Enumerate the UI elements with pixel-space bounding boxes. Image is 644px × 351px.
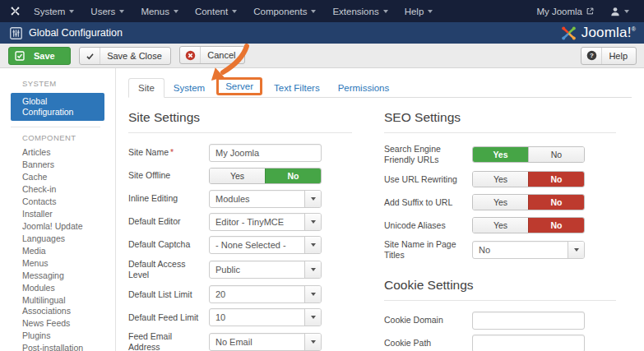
sidebar-divider: [11, 127, 100, 127]
sidebar-section-component: COMPONENT: [0, 133, 115, 146]
site-settings-section: Site Settings Site Name* Site Offline Ye…: [128, 107, 352, 351]
select-value: 20: [210, 289, 304, 299]
menu-help[interactable]: Help: [396, 0, 442, 22]
sidebar-item-modules[interactable]: Modules: [0, 282, 115, 294]
sidebar-item-post-installation-messages[interactable]: Post-installation Messages: [0, 342, 115, 351]
tab-site[interactable]: Site: [128, 78, 164, 98]
site-name-in-titles-select[interactable]: No: [472, 241, 585, 259]
select-value: Public: [210, 265, 304, 275]
sidebar-item-news-feeds[interactable]: News Feeds: [0, 317, 115, 330]
sidebar-item-contacts[interactable]: Contacts: [0, 196, 115, 208]
chevron-down-icon: [568, 242, 584, 258]
site-name-in-titles-label: Site Name in Page Titles: [384, 239, 472, 261]
url-rewriting-yes-button[interactable]: Yes: [473, 172, 528, 187]
unicode-aliases-row: Unicode Aliases Yes No: [384, 216, 616, 234]
sidebar-item-messaging[interactable]: Messaging: [0, 270, 115, 282]
menu-system[interactable]: System: [25, 0, 82, 22]
default-list-limit-select[interactable]: 20: [209, 285, 322, 303]
add-suffix-yes-button[interactable]: Yes: [473, 195, 528, 210]
tab-text-filters[interactable]: Text Filters: [265, 79, 329, 97]
chevron-down-icon: [624, 10, 629, 13]
sidebar-item-media[interactable]: Media: [0, 245, 115, 257]
page-title: Global Configuration: [29, 27, 123, 39]
sidebar-item-joomla-update[interactable]: Joomla! Update: [0, 220, 115, 233]
site-name-input[interactable]: [209, 144, 322, 162]
cookie-domain-input[interactable]: [472, 312, 585, 330]
unicode-aliases-no-button[interactable]: No: [528, 218, 584, 233]
sidebar-item-banners[interactable]: Banners: [0, 159, 115, 171]
cookie-domain-row: Cookie Domain: [384, 312, 616, 330]
cookie-path-label: Cookie Path: [384, 338, 472, 349]
sidebar-item-global-configuration[interactable]: Global Configuration: [11, 93, 104, 121]
joomla-glyph-icon[interactable]: [8, 6, 25, 16]
default-access-level-row: Default Access Level Public: [128, 259, 352, 280]
add-suffix-label: Add Suffix to URL: [384, 197, 472, 208]
cancel-button[interactable]: Cancel: [179, 46, 244, 64]
default-access-level-select[interactable]: Public: [209, 261, 322, 279]
body-area: SYSTEM Global Configuration COMPONENT Ar…: [0, 68, 644, 351]
tab-permissions[interactable]: Permissions: [329, 79, 399, 97]
menu-components[interactable]: Components: [245, 0, 324, 22]
sidebar-item-check-in[interactable]: Check-in: [0, 183, 115, 196]
sidebar-item-articles[interactable]: Articles: [0, 146, 115, 159]
main-menu: System Users Menus Content Components Ex…: [8, 0, 441, 22]
toolbar-right: ? Help: [581, 47, 637, 65]
url-rewriting-no-button[interactable]: No: [528, 172, 584, 187]
user-icon: [610, 7, 620, 16]
default-captcha-select[interactable]: - None Selected -: [209, 236, 322, 254]
url-rewriting-row: Use URL Rewriting Yes No: [384, 170, 616, 188]
cookie-path-input[interactable]: [472, 335, 585, 351]
options-sliders-icon: [10, 27, 22, 39]
default-feed-limit-select[interactable]: 10: [209, 308, 322, 326]
label-text: Site Name: [128, 147, 169, 157]
inline-editing-select[interactable]: Modules: [209, 190, 322, 208]
help-button[interactable]: ? Help: [581, 47, 637, 65]
sidebar-item-cache[interactable]: Cache: [0, 171, 115, 183]
menu-extensions[interactable]: Extensions: [324, 0, 396, 22]
sidebar-item-multilingual-associations[interactable]: Multilingual Associations: [0, 294, 115, 317]
unicode-aliases-yes-button[interactable]: Yes: [473, 218, 528, 233]
config-tabs: Site System Server Text Filters Permissi…: [128, 77, 632, 98]
sef-urls-no-button[interactable]: No: [528, 147, 584, 162]
toolbar-left: Save Save & Close Cancel: [8, 46, 250, 65]
cookie-domain-label: Cookie Domain: [384, 315, 472, 326]
default-editor-label: Default Editor: [128, 216, 209, 227]
add-suffix-no-button[interactable]: No: [528, 195, 584, 210]
save-icon: [9, 48, 30, 64]
default-list-limit-row: Default List Limit 20: [128, 285, 352, 303]
joomla-logo-text: Joomla!®: [581, 25, 636, 41]
seo-settings-rows: Search Engine Friendly URLs Yes No Use U…: [384, 144, 616, 261]
save-and-close-button[interactable]: Save & Close: [79, 47, 171, 65]
tab-server[interactable]: Server: [216, 77, 262, 95]
save-and-close-label: Save & Close: [107, 51, 162, 61]
check-icon: [80, 48, 100, 64]
url-rewriting-toggle: Yes No: [472, 171, 585, 187]
save-button[interactable]: Save: [8, 47, 71, 65]
sidebar-item-installer[interactable]: Installer: [0, 208, 115, 220]
user-menu[interactable]: [602, 0, 637, 22]
sef-urls-yes-button[interactable]: Yes: [473, 147, 528, 162]
default-editor-select[interactable]: Editor - TinyMCE: [209, 213, 322, 231]
sidebar-item-plugins[interactable]: Plugins: [0, 330, 115, 342]
chevron-down-icon: [311, 10, 316, 13]
unicode-aliases-label: Unicode Aliases: [384, 220, 472, 231]
menu-users-label: Users: [90, 7, 115, 16]
sidebar-item-languages[interactable]: Languages: [0, 233, 115, 245]
site-preview-link[interactable]: My Joomla: [528, 0, 602, 22]
chevron-down-icon: [304, 309, 321, 326]
site-offline-no-button[interactable]: No: [265, 169, 321, 183]
chevron-down-icon: [304, 191, 321, 207]
menu-menus[interactable]: Menus: [132, 0, 187, 22]
site-offline-yes-button[interactable]: Yes: [210, 169, 265, 183]
main-content: Site System Server Text Filters Permissi…: [116, 68, 644, 351]
chevron-down-icon: [174, 10, 178, 13]
menu-content[interactable]: Content: [187, 0, 245, 22]
registered-mark: ®: [632, 26, 636, 32]
chevron-down-icon: [304, 214, 321, 230]
title-left: Global Configuration: [10, 27, 123, 39]
sidebar-item-menus[interactable]: Menus: [0, 257, 115, 270]
tab-system[interactable]: System: [164, 79, 214, 97]
menu-users[interactable]: Users: [82, 0, 132, 22]
feed-email-address-select[interactable]: No Email: [209, 333, 322, 351]
joomla-logo: Joomla!®: [560, 25, 636, 42]
